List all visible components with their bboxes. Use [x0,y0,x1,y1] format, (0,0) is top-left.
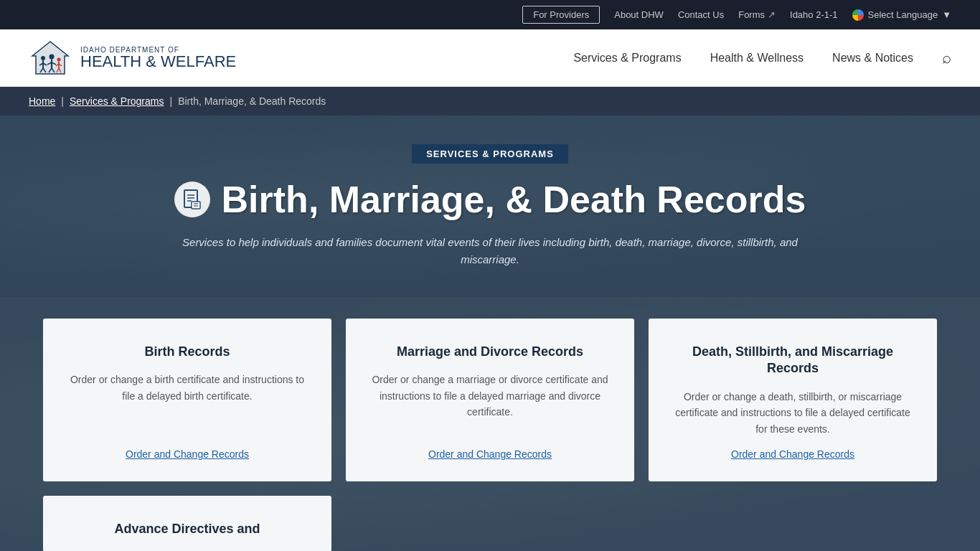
top-bar: For Providers About DHW Contact Us Forms… [0,0,980,29]
main-header: IDAHO DEPARTMENT OF HEALTH & WELFARE Ser… [0,29,980,87]
cards-section: Birth Records Order or change a birth ce… [0,297,980,551]
logo-agency-name: HEALTH & WELFARE [80,54,236,70]
death-records-link[interactable]: Order and Change Records [670,448,915,460]
death-records-desc: Order or change a death, stillbirth, or … [670,389,915,437]
hero-title-row: Birth, Marriage, & Death Records [167,178,813,221]
logo-icon [29,38,72,77]
about-dhw-link[interactable]: About DHW [614,9,664,20]
records-icon [174,182,210,217]
nav-services-programs[interactable]: Services & Programs [573,52,681,65]
breadcrumb-separator-1: | [61,95,64,107]
breadcrumb: Home | Services & Programs | Birth, Marr… [0,87,980,116]
external-link-icon: ↗ [768,9,776,20]
google-translate-icon [852,9,864,21]
marriage-records-card: Marriage and Divorce Records Order or ch… [346,319,634,481]
svg-point-14 [57,58,61,62]
breadcrumb-current: Birth, Marriage, & Death Records [178,95,326,107]
logo-link[interactable]: IDAHO DEPARTMENT OF HEALTH & WELFARE [29,38,236,77]
birth-records-title: Birth Records [65,344,310,360]
death-records-title: Death, Stillbirth, and Miscarriage Recor… [670,344,915,377]
hero-section: SERVICES & PROGRAMS Birth, Marriage, & D… [0,116,980,297]
search-button[interactable]: ⌕ [942,49,951,67]
dropdown-chevron-icon: ▼ [942,9,951,20]
svg-rect-24 [192,202,200,209]
cards-row-2: Advance Directives and [43,496,937,551]
nav-health-wellness[interactable]: Health & Wellness [710,52,804,65]
idaho211-link[interactable]: Idaho 2-1-1 [790,9,838,20]
advance-directives-title: Advance Directives and [65,521,310,537]
marriage-records-desc: Order or change a marriage or divorce ce… [367,372,613,437]
logo-text: IDAHO DEPARTMENT OF HEALTH & WELFARE [80,46,236,70]
svg-point-2 [41,56,45,60]
language-selector[interactable]: Select Language ▼ [852,9,951,21]
nav-news-notices[interactable]: News & Notices [832,52,913,65]
birth-records-desc: Order or change a birth certificate and … [65,372,310,437]
marriage-records-title: Marriage and Divorce Records [367,344,613,360]
hero-content: SERVICES & PROGRAMS Birth, Marriage, & D… [167,144,813,268]
breadcrumb-separator-2: | [169,95,172,107]
select-language-label: Select Language [868,9,938,20]
forms-link[interactable]: Forms [738,9,765,20]
hero-subtitle: Services to help individuals and familie… [167,234,813,268]
main-navigation: Services & Programs Health & Wellness Ne… [573,49,951,67]
svg-point-8 [50,55,55,60]
for-providers-button[interactable]: For Providers [522,6,600,24]
death-records-card: Death, Stillbirth, and Miscarriage Recor… [649,319,937,481]
birth-records-card: Birth Records Order or change a birth ce… [43,319,331,481]
breadcrumb-home[interactable]: Home [29,95,55,107]
category-badge: SERVICES & PROGRAMS [412,144,568,164]
page-title: Birth, Marriage, & Death Records [222,178,806,221]
marriage-records-link[interactable]: Order and Change Records [367,448,613,460]
birth-records-link[interactable]: Order and Change Records [65,448,310,460]
breadcrumb-services[interactable]: Services & Programs [70,95,164,107]
contact-us-link[interactable]: Contact Us [678,9,724,20]
advance-directives-card: Advance Directives and [43,496,331,551]
cards-grid: Birth Records Order or change a birth ce… [43,319,937,481]
forms-link-container: Forms ↗ [738,9,776,20]
